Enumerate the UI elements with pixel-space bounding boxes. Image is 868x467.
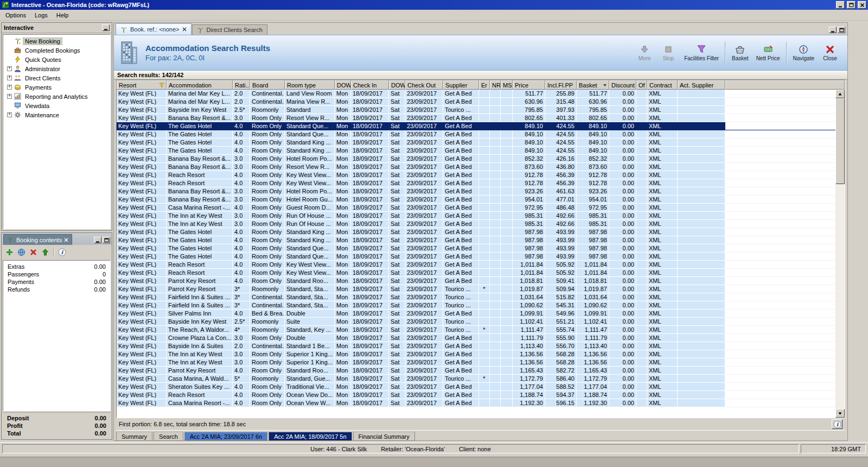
sidebar-item-viewdata[interactable]: Viewdata [3,101,110,110]
bottom-tab-acc-2a-mia-23-09-2017-6n[interactable]: Acc 2A MIA; 23/09/2017 6n [184,432,267,441]
table-row[interactable]: Key West (FL)Parrot Key Resort4.0Room On… [117,277,835,285]
column-header-check-out[interactable]: Check Out [405,80,443,90]
table-row[interactable]: Key West (FL)The Gates Hotel4.0Room Only… [117,122,835,130]
menu-options[interactable]: Options [1,11,30,20]
table-row[interactable]: Key West (FL)The Inn at Key West3.0Room … [117,212,835,220]
column-header-incl-fl-pp[interactable]: Incl.Fl.PP [545,80,577,90]
table-row[interactable]: Key West (FL)The Gates Hotel4.0Room Only… [117,228,835,236]
sidebar-item-administrator[interactable]: +Administrator [3,64,110,73]
filter-icon[interactable] [159,83,164,88]
table-row[interactable]: Key West (FL)The Gates Hotel4.0Room Only… [117,253,835,261]
booking-panel-minimize-button[interactable] [94,237,101,243]
table-row[interactable]: Key West (FL)Banana Bay Resort &...3.0Ro… [117,187,835,195]
mdi-minimize-button[interactable] [829,27,837,33]
table-row[interactable]: Key West (FL)Marina del Mar Key L...2.0C… [117,90,835,98]
bottom-tab-financial-summary[interactable]: Financial Summary [353,432,415,441]
info-button[interactable]: i [832,419,843,429]
menu-help[interactable]: Help [52,11,73,20]
vertical-scrollbar[interactable] [835,90,845,418]
table-row[interactable]: Key West (FL)The Gates Hotel4.0Room Only… [117,138,835,147]
table-row[interactable]: Key West (FL)Reach Resort4.0Room OnlyOce… [117,391,835,399]
table-row[interactable]: Key West (FL)Fairfield Inn & Suites ...3… [117,293,835,301]
scrollbar-thumb[interactable] [835,98,845,184]
column-header-dow[interactable]: DOW [389,80,405,90]
table-row[interactable]: Key West (FL)Reach Resort4.0Room OnlyKey… [117,179,835,187]
table-row[interactable]: Key West (FL)Banana Bay Resort &...3.0Ro… [117,195,835,204]
column-header-check-in[interactable]: Check In [351,80,389,90]
expand-icon[interactable]: + [7,85,12,90]
column-header-ms[interactable]: MS [501,80,513,90]
sidebar-item-new-booking[interactable]: New Booking [3,36,110,46]
column-header-discount[interactable]: Discount [609,80,636,90]
mdi-restore-button[interactable] [838,27,845,33]
table-row[interactable]: Key West (FL)Bayside Inn Key West2.5*Roo… [117,318,835,326]
sidebar-item-quick-quotes[interactable]: Quick Quotes [3,55,110,64]
column-header-price[interactable]: Price [513,80,545,90]
column-header-room-type[interactable]: Room type [285,80,335,90]
column-header-er[interactable]: Er [479,80,490,90]
tab-close-icon[interactable] [182,27,187,31]
table-row[interactable]: Key West (FL)Banana Bay Resort &...3.0Ro… [117,155,835,163]
table-row[interactable]: Key West (FL)The Inn at Key West3.0Room … [117,350,835,358]
tab-direct-clients-search[interactable]: Direct Clients Search [192,24,267,35]
collapse-panel-button[interactable] [102,24,110,31]
close-button[interactable] [858,1,866,9]
maximize-button[interactable] [847,1,856,9]
scroll-up-button[interactable] [835,90,845,98]
table-row[interactable]: Key West (FL)Bayside Inn & Suites2.0Cont… [117,342,835,350]
toolbar-button-basket[interactable]: Basket [728,43,752,63]
toolbar-button-facilities-filter[interactable]: Facilities Filter [680,43,723,63]
table-row[interactable]: Key West (FL)Reach Resort4.0Room OnlyKey… [117,269,835,277]
close-tab-icon[interactable] [64,238,68,242]
table-row[interactable]: Key West (FL)The Gates Hotel4.0Room Only… [117,147,835,155]
table-row[interactable]: Key West (FL)The Gates Hotel4.0Room Only… [117,244,835,253]
export-icon[interactable] [41,248,49,256]
table-row[interactable]: Key West (FL)The Inn at Key West3.0Room … [117,220,835,228]
column-header-basket[interactable]: Basket [577,80,609,90]
tab-book-ref-none[interactable]: Book. ref.: <none> [116,23,192,35]
sidebar-item-direct-clients[interactable]: +Direct Clients [3,73,110,83]
column-header-rati[interactable]: Rati.. [233,80,250,90]
table-row[interactable]: Key West (FL)Reach Resort4.0Room OnlyKey… [117,261,835,269]
sidebar-item-payments[interactable]: +Payments [3,83,110,92]
table-row[interactable]: Key West (FL)Casa Marina Resort -...4.0R… [117,399,835,407]
minimize-button[interactable] [836,1,845,9]
table-row[interactable]: Key West (FL)Bayside Inn Key West2.5*Roo… [117,106,835,114]
world-icon[interactable] [17,248,25,256]
table-row[interactable]: Key West (FL)Crowne Plaza La Con...3.0Ro… [117,334,835,342]
sidebar-item-reporting-and-analytics[interactable]: +Reporting and Analytics [3,92,110,101]
expand-icon[interactable]: + [7,75,12,80]
table-row[interactable]: Key West (FL)The Reach, A Waldor...4*Roo… [117,326,835,334]
table-row[interactable]: Key West (FL)Casa Marina Resort -...4.0R… [117,204,835,212]
table-row[interactable]: Key West (FL)Banana Bay Resort &...3.0Ro… [117,114,835,122]
table-row[interactable]: Key West (FL)The Gates Hotel4.0Room Only… [117,236,835,244]
expand-icon[interactable]: + [7,112,12,117]
column-header-supplier[interactable]: Supplier [443,80,479,90]
column-header-resort[interactable]: Resort [117,80,167,90]
menu-logs[interactable]: Logs [30,11,52,20]
table-row[interactable]: Key West (FL)Parrot Key Resort3*Roomonly… [117,285,835,293]
table-row[interactable]: Key West (FL)Silver Palms Inn4.0Bed & Br… [117,310,835,318]
column-header-board[interactable]: Board [250,80,285,90]
column-header-of[interactable]: Of [636,80,647,90]
info-icon[interactable]: i [58,248,66,256]
sidebar-item-maintenance[interactable]: +Maintenance [3,110,110,119]
table-row[interactable]: Key West (FL)Casa Marina, A Wald...5*Roo… [117,375,835,383]
table-row[interactable]: Key West (FL)Fairfield Inn & Suites ...3… [117,301,835,310]
expand-icon[interactable]: + [7,66,12,71]
bottom-tab-search[interactable]: Search [154,432,183,441]
booking-contents-tab[interactable]: Booking contents [3,234,72,245]
sidebar-item-completed-bookings[interactable]: Completed Bookings [3,46,110,55]
bottom-tab-acc-2a-mia-18-09-2017-5n[interactable]: Acc 2A MIA; 18/09/2017 5n [269,432,352,441]
toolbar-button-nett-price[interactable]: Nett Price [752,43,784,63]
column-header-act-supplier[interactable]: Act. Supplier [678,80,725,90]
column-header-dow[interactable]: DOW [335,80,351,90]
bottom-tab-summary[interactable]: Summary [116,432,152,441]
table-row[interactable]: Key West (FL)Sheraton Suites Key ...4.0R… [117,383,835,391]
column-header-contract[interactable]: Contract [647,80,678,90]
add-icon[interactable] [5,248,14,256]
table-row[interactable]: Key West (FL)Banana Bay Resort &...3.0Ro… [117,163,835,171]
booking-panel-maximize-button[interactable] [103,237,110,243]
remove-icon[interactable] [29,248,37,256]
table-row[interactable]: Key West (FL)Parrot Key Resort4.0Room On… [117,367,835,375]
